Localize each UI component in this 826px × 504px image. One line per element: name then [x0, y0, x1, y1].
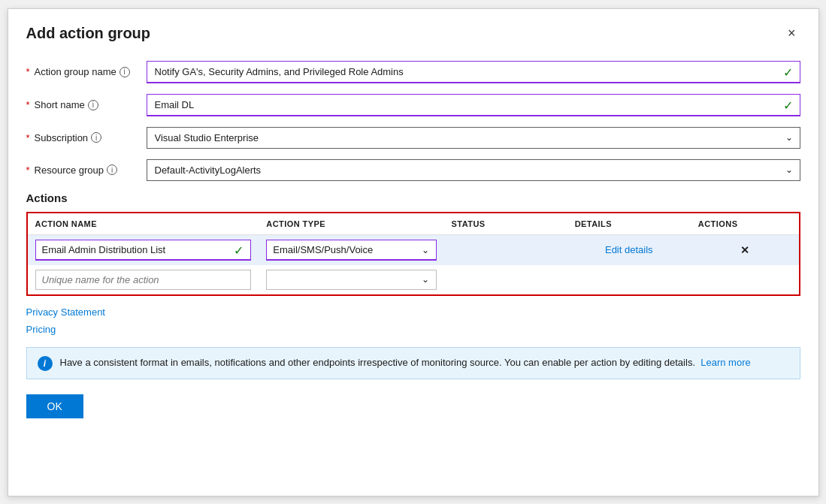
subscription-select[interactable]: Visual Studio Enterprise	[147, 127, 800, 149]
info-banner: i Have a consistent format in emails, no…	[26, 347, 800, 379]
empty-action-type-select-wrap: ⌄	[266, 270, 436, 290]
empty-status-cell	[444, 265, 567, 294]
info-banner-text: Have a consistent format in emails, noti…	[60, 355, 751, 370]
actions-table-header-row: ACTION NAME ACTION TYPE STATUS DETAILS A…	[28, 213, 799, 235]
col-header-actions: ACTIONS	[691, 213, 799, 235]
ok-button[interactable]: OK	[26, 394, 83, 418]
required-star-4: *	[26, 164, 30, 176]
dialog-title: Add action group	[26, 25, 151, 42]
col-header-action-name: ACTION NAME	[28, 213, 259, 235]
short-name-input[interactable]	[147, 94, 800, 116]
action-group-name-info-icon: i	[120, 67, 130, 77]
required-star: *	[26, 66, 30, 77]
required-star-3: *	[26, 132, 30, 143]
action-name-cell: ✓	[28, 234, 259, 265]
col-header-status: STATUS	[444, 213, 567, 235]
empty-details-cell	[567, 265, 691, 294]
status-cell	[444, 234, 567, 265]
action-name-field[interactable]	[35, 240, 252, 261]
close-button[interactable]: ×	[783, 24, 800, 43]
footer: OK	[26, 394, 800, 418]
subscription-info-icon: i	[91, 132, 101, 143]
action-type-select-wrap: Email/SMS/Push/Voice ⌄	[266, 240, 436, 261]
empty-action-type-select[interactable]	[266, 270, 436, 290]
info-banner-icon: i	[38, 356, 53, 371]
privacy-statement-wrap: Privacy Statement	[26, 303, 800, 324]
action-type-cell: Email/SMS/Push/Voice ⌄	[259, 234, 443, 265]
pricing-wrap: Pricing	[26, 324, 800, 347]
table-row: ✓ Email/SMS/Push/Voice ⌄	[28, 234, 799, 265]
short-name-label: * Short name i	[26, 99, 147, 110]
actions-cell: ✕	[691, 234, 799, 265]
empty-action-type-cell: ⌄	[259, 265, 443, 294]
required-star-2: *	[26, 99, 30, 110]
subscription-select-wrap: Visual Studio Enterprise ⌄	[147, 127, 800, 149]
resource-group-row: * Resource group i Default-ActivityLogAl…	[26, 159, 800, 181]
action-name-input-wrap: ✓	[35, 240, 252, 261]
action-group-name-input-wrap: ✓	[147, 61, 800, 83]
resource-group-select[interactable]: Default-ActivityLogAlerts	[147, 159, 800, 181]
subscription-label: * Subscription i	[26, 132, 147, 143]
action-name-checkmark: ✓	[234, 243, 244, 257]
actions-table: ACTION NAME ACTION TYPE STATUS DETAILS A…	[28, 213, 799, 294]
details-cell: Edit details	[567, 234, 691, 265]
action-group-name-label: * Action group name i	[26, 66, 147, 77]
action-group-name-input[interactable]	[147, 61, 800, 83]
col-header-action-type: ACTION TYPE	[259, 213, 443, 235]
short-name-row: * Short name i ✓	[26, 94, 800, 116]
dialog-header: Add action group ×	[26, 24, 800, 43]
short-name-checkmark: ✓	[783, 98, 793, 112]
privacy-statement-link[interactable]: Privacy Statement	[26, 306, 106, 318]
resource-group-info-icon: i	[107, 164, 117, 175]
col-header-details: DETAILS	[567, 213, 691, 235]
edit-details-link[interactable]: Edit details	[605, 244, 653, 255]
learn-more-link[interactable]: Learn more	[700, 357, 750, 368]
short-name-input-wrap: ✓	[147, 94, 800, 116]
resource-group-label: * Resource group i	[26, 164, 147, 176]
action-type-select[interactable]: Email/SMS/Push/Voice	[266, 240, 436, 261]
short-name-info-icon: i	[88, 100, 98, 110]
actions-table-wrap: ACTION NAME ACTION TYPE STATUS DETAILS A…	[26, 212, 800, 296]
add-action-group-dialog: Add action group × * Action group name i…	[8, 8, 819, 496]
action-group-name-checkmark: ✓	[783, 65, 793, 79]
actions-section-title: Actions	[26, 192, 800, 204]
empty-action-name-field[interactable]	[35, 270, 252, 290]
empty-actions-cell	[691, 265, 799, 294]
subscription-row: * Subscription i Visual Studio Enterpris…	[26, 127, 800, 149]
delete-action-button[interactable]: ✕	[740, 244, 749, 256]
action-group-name-row: * Action group name i ✓	[26, 61, 800, 83]
table-row-empty: ⌄	[28, 265, 799, 294]
resource-group-select-wrap: Default-ActivityLogAlerts ⌄	[147, 159, 800, 181]
pricing-link[interactable]: Pricing	[26, 324, 56, 335]
empty-action-name-cell	[28, 265, 259, 294]
